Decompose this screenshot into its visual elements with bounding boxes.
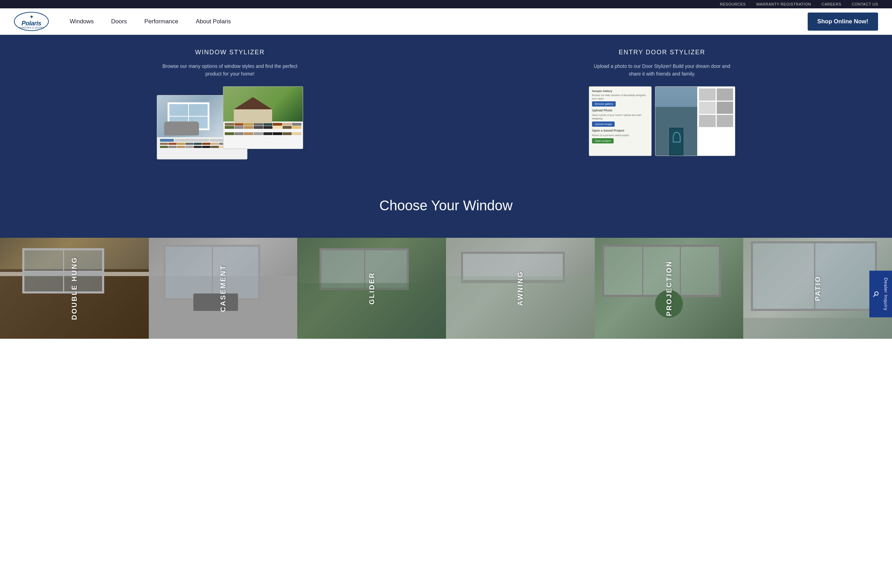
swatch [211,146,219,148]
house-wall [656,107,697,156]
swatch [283,123,292,126]
swatch [185,146,193,148]
ctrl-chip [174,139,209,142]
door-thumb [717,102,734,114]
window-col-projection[interactable]: PROJECTION [595,238,743,339]
swatch [292,132,301,135]
swatch [235,123,244,126]
casement-label: CASEMENT [219,265,227,312]
swatch [194,143,202,145]
browse-gallery-btn[interactable]: Browse gallery [592,101,616,106]
swatch [292,123,301,126]
logo-inner: ✦ Polaris WINDOWS & DOORS [18,14,45,29]
dealer-inquiry-tab[interactable]: Dealer Inquiry [869,270,892,318]
swatch [168,143,176,145]
swatch [225,123,234,126]
door-stylizer-main [655,86,735,156]
door-oval-window [673,132,680,142]
nav-about[interactable]: About Polaris [196,18,231,25]
swatch [235,126,244,129]
house-exterior [223,87,303,122]
upload-photo-header: Upload Photo [592,109,648,112]
patio-label: PATIO [814,275,821,301]
swatch [263,123,273,126]
projection-label: PROJECTION [665,260,673,316]
door-stylizer-title: ENTRY DOOR STYLIZER [619,49,705,56]
open-project-header: Open a Saved Project [592,129,648,132]
swatch [225,132,234,135]
sofa-decoration [164,122,199,135]
door-stylizer-col: ENTRY DOOR STYLIZER Upload a photo to ou… [453,49,871,159]
awning-label: AWNING [516,271,524,306]
swatch [160,146,168,148]
header: ✦ Polaris WINDOWS & DOORS Windows Doors … [0,8,892,35]
open-project-text: Return to a previous saved project [592,134,648,137]
upload-image-btn[interactable]: Upload image [592,122,615,127]
nav-windows[interactable]: Windows [70,18,94,25]
ctrl-chip [160,139,174,142]
logo[interactable]: ✦ Polaris WINDOWS & DOORS [14,12,49,31]
swatch [283,132,292,135]
swatch [185,143,193,145]
dealer-inquiry-label: Dealer Inquiry [883,278,889,310]
svg-line-1 [874,295,875,297]
swatch [194,146,202,148]
sample-gallery-header: Sample Gallery [592,90,648,93]
window-stylizer-preview[interactable] [157,86,303,159]
walls [234,110,272,123]
open-project-btn[interactable]: Open project [592,138,614,143]
window-col-glider[interactable]: GLIDER [297,238,446,339]
resources-link[interactable]: RESOURCES [720,2,746,6]
swatch [177,143,185,145]
upload-photo-text: Have a photo of your home? Upload and st… [592,114,648,120]
window-stylizer-overlay [223,86,303,149]
swatch [254,123,263,126]
brand-sub: WINDOWS & DOORS [18,27,45,29]
nav-performance[interactable]: Performance [144,18,178,25]
swatch [160,143,168,145]
swatch [202,143,210,145]
swatch-grid-2 [223,131,303,136]
swatch [202,146,210,148]
window-stylizer-col: WINDOW STYLIZER Browse our many options … [21,49,439,159]
door-stylizer-preview[interactable]: Sample Gallery Browse our wide selection… [589,86,735,156]
brand-name: Polaris [22,20,41,27]
swatch [244,126,253,129]
swatch [273,123,282,126]
nav-doors[interactable]: Doors [111,18,127,25]
door-thumb [699,102,716,114]
window-stylizer-title: WINDOW STYLIZER [195,49,265,56]
house-decoration [230,97,275,122]
swatch [211,143,219,145]
swatch [177,146,185,148]
swatch [263,126,273,129]
swatch [283,126,292,129]
door-thumb [717,88,734,100]
window-col-awning[interactable]: AWNING [446,238,595,339]
roof [234,97,272,110]
header-right: Shop Online Now! [808,12,878,31]
stylizer-section: WINDOW STYLIZER Browse our many options … [0,35,892,180]
warranty-link[interactable]: WARRANTY REGISTRATION [756,2,811,6]
swatch [263,132,273,135]
shop-button[interactable]: Shop Online Now! [808,12,878,31]
star-icon: ✦ [29,14,34,20]
door-stylizer-desc: Upload a photo to our Door Stylizer! Bui… [589,62,735,78]
window-col-double-hung[interactable]: DOUBLE HUNG [0,238,149,339]
nav-area: ✦ Polaris WINDOWS & DOORS Windows Doors … [14,12,231,31]
swatch [273,126,282,129]
search-icon [873,291,879,297]
window-pane [188,104,208,116]
door-thumb [699,115,716,127]
window-col-casement[interactable]: CASEMENT [149,238,298,339]
contact-link[interactable]: CONTACT US [852,2,878,6]
swatch [244,123,253,126]
swatch [235,132,244,135]
careers-link[interactable]: CAREERS [821,2,841,6]
swatch [244,132,253,135]
door-thumb [699,88,716,100]
choose-section: Choose Your Window [0,180,892,238]
window-stylizer-desc: Browse our many options of window styles… [157,62,303,78]
swatch [225,126,234,129]
door-house-preview [656,87,697,156]
